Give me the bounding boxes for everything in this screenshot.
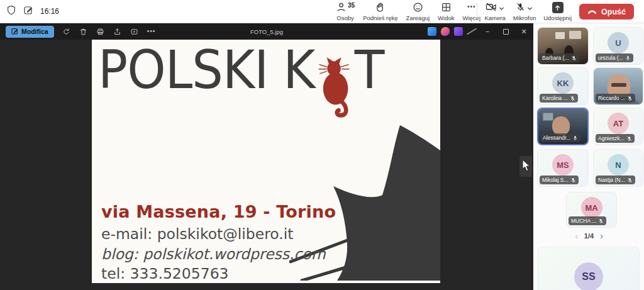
slideshow-icon[interactable] [127, 25, 142, 38]
chevron-down-icon[interactable] [499, 3, 504, 13]
participant-tile-mikolaj[interactable]: MS Mikolaj S... [537, 149, 589, 187]
grid-layout-icon [441, 2, 452, 13]
mic-muted-icon [627, 177, 633, 183]
participant-tile-nastja[interactable]: N Nastja (N... [593, 149, 643, 187]
react-button[interactable]: Zareaguj [406, 2, 430, 21]
poster-address: via Massena, 19 - Torino [101, 203, 336, 220]
mic-muted-icon [571, 55, 577, 61]
avatar: U [608, 32, 629, 53]
name-badge: Nastja (N... [596, 176, 635, 184]
hand-icon [375, 2, 386, 13]
participant-tile-karolina[interactable]: KK Karolina ... [537, 67, 589, 105]
name-badge: urszula (... [596, 53, 633, 62]
leave-meeting-button[interactable]: Opuść [579, 4, 634, 20]
mic-icon [572, 135, 578, 141]
photo-canvas: POLSKI K [0, 40, 533, 290]
mouse-cursor [522, 159, 531, 174]
name-badge: Alessandr... [540, 133, 580, 142]
mic-muted-icon [598, 218, 604, 224]
name-badge: Karolina ... [540, 94, 578, 103]
view-button[interactable]: Widok [438, 2, 454, 21]
photo-viewer-toolbar: Modifica ••• FOTO_5. [0, 23, 533, 40]
participant-tile-self[interactable]: SS [538, 247, 640, 290]
restore-button[interactable] [499, 25, 513, 38]
avatar: KK [552, 72, 574, 94]
designer-app-icon[interactable] [441, 27, 450, 36]
meeting-controls-center: 35 Osoby Podnieś rękę Zareaguj [336, 2, 480, 21]
edit-button[interactable]: Modifica [6, 26, 54, 38]
smiley-icon [413, 2, 423, 13]
participant-tile-barbara[interactable]: Barbara (... [537, 27, 589, 65]
mic-off-icon [516, 2, 525, 14]
participant-tile-agnieszka[interactable]: AT Agnieszk... [593, 108, 643, 145]
name-badge: Barbara (... [540, 53, 579, 62]
rotate-icon[interactable] [59, 25, 74, 38]
share-icon[interactable] [110, 25, 125, 38]
cloud-off-icon[interactable] [467, 27, 476, 36]
participant-tile-urszula[interactable]: U urszula (... [593, 27, 643, 65]
poster-logo: POLSKI K [98, 40, 384, 131]
ellipsis-icon: ••• [467, 2, 476, 12]
raise-hand-button[interactable]: Podnieś rękę [363, 2, 397, 21]
logo-text-right: T [355, 40, 384, 101]
restore-icon [503, 29, 509, 35]
polski-kot-poster: POLSKI K [92, 40, 440, 283]
avatar: AT [608, 113, 629, 134]
meeting-controls-right: Kamera Mikrofon Udostępnij [477, 2, 635, 21]
gallery-app-icon[interactable] [454, 27, 463, 36]
avatar: MA [581, 197, 602, 218]
microphone-button[interactable]: Mikrofon [513, 2, 536, 21]
top-bar-left: 16:16 [6, 0, 59, 23]
phone-hangup-icon [587, 8, 597, 16]
divider [477, 3, 477, 20]
shield-icon [6, 5, 16, 18]
close-button[interactable]: ✕ [517, 25, 531, 38]
titlebar-right: − ✕ [428, 23, 531, 40]
photo-tools: ••• [59, 25, 159, 38]
chevron-down-icon[interactable] [527, 3, 533, 13]
pagination-next-button[interactable]: › [600, 231, 603, 240]
clock-time: 16:16 [40, 7, 59, 16]
delete-icon[interactable] [76, 25, 91, 38]
participant-tile-mucha[interactable]: MA MUCHA ... [566, 192, 617, 228]
mic-muted-icon [627, 96, 633, 101]
name-badge: MUCHA ... [569, 216, 606, 225]
meeting-window: 16:16 35 Osoby Podnieś rękę Zarea [0, 0, 644, 290]
mic-muted-icon [570, 96, 575, 101]
notes-icon[interactable] [23, 5, 33, 18]
participants-pagination: ‹ 1/4 › [534, 231, 644, 240]
red-cat-icon [317, 56, 353, 131]
poster-contact-info: via Massena, 19 - Torino e-mail: polskik… [101, 203, 336, 283]
poster-blog: blog: polskikot.wordpress.com [101, 247, 336, 262]
name-badge: Mikolaj S... [540, 176, 579, 184]
share-screen-button[interactable]: Udostępnij [543, 2, 572, 21]
person-icon [336, 2, 347, 14]
poster-phone: tel: 333.5205763 [101, 267, 336, 282]
edit-app-icon[interactable] [428, 27, 436, 36]
mic-muted-icon [626, 136, 632, 142]
avatar: SS [574, 262, 603, 290]
participant-count: 35 [348, 3, 355, 9]
minimize-button[interactable]: − [480, 25, 494, 38]
name-badge: Agnieszk... [596, 134, 635, 143]
share-up-icon [552, 2, 564, 13]
people-button[interactable]: 35 Osoby [336, 2, 355, 21]
more-tools-icon[interactable]: ••• [144, 25, 159, 38]
avatar: MS [552, 154, 574, 176]
participant-tile-alessandro-active-speaker[interactable]: Alessandr... [537, 108, 589, 145]
camera-off-icon [486, 2, 497, 14]
avatar: N [608, 154, 629, 176]
logo-text-left: POLSKI K [98, 40, 315, 101]
print-icon[interactable] [93, 25, 108, 38]
pagination-prev-button[interactable]: ‹ [575, 231, 578, 240]
meeting-top-bar: 16:16 35 Osoby Podnieś rękę Zarea [0, 0, 644, 23]
participants-panel: Barbara (... U urszula (... KK Karolina … [534, 23, 644, 290]
name-badge: Riccardo ... [596, 94, 635, 103]
camera-button[interactable]: Kamera [485, 2, 506, 21]
mic-muted-icon [570, 177, 576, 183]
poster-email: e-mail: polskikot@libero.it [101, 227, 336, 242]
pagination-label: 1/4 [584, 232, 594, 240]
shared-photo-viewer: Modifica ••• FOTO_5. [0, 23, 533, 290]
participant-tile-riccardo[interactable]: Riccardo ... [593, 67, 643, 105]
edit-pencil-icon [11, 28, 18, 36]
